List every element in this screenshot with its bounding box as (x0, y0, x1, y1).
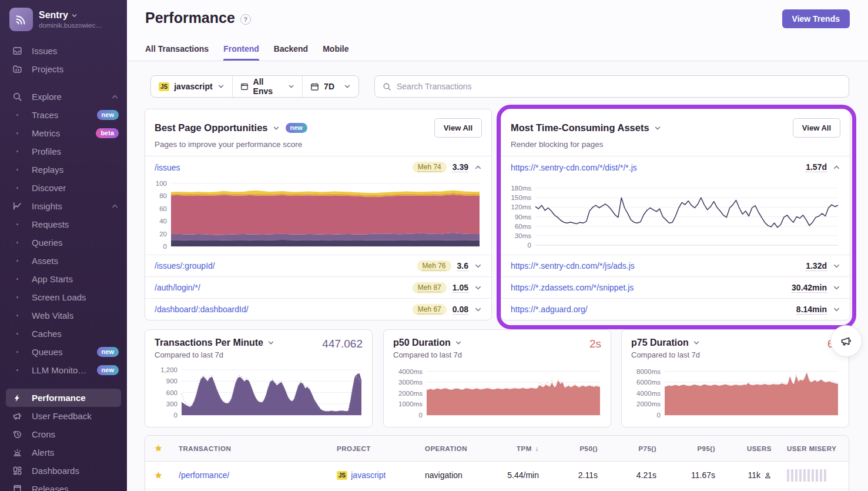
assets-view-all-button[interactable]: View All (793, 118, 840, 138)
sidebar-item-metrics[interactable]: Metricsbeta (0, 124, 127, 142)
star-icon[interactable] (145, 471, 171, 480)
score-badge[interactable]: Meh 67 (413, 304, 447, 315)
date-range-filter[interactable]: 7D (302, 76, 358, 97)
insights-icon (12, 201, 22, 212)
column-header-p75[interactable]: P75() (605, 445, 664, 452)
row-value[interactable]: 3.39 (453, 162, 468, 172)
row-link[interactable]: /auth/login/*/ (155, 283, 200, 292)
sidebar-item-caches[interactable]: Caches (0, 325, 127, 343)
chevron-up-icon[interactable] (474, 163, 482, 171)
org-switcher[interactable]: Sentry dominik.buszowiec… (0, 0, 127, 37)
sidebar-item-releases[interactable]: Releases (0, 480, 127, 491)
sidebar-item-profiles[interactable]: Profiles (0, 142, 127, 161)
bpo-view-all-button[interactable]: View All (434, 118, 482, 138)
p75-title[interactable]: p75 Duration (631, 338, 689, 348)
sidebar-item-requests[interactable]: Requests (0, 215, 127, 233)
chevron-up-icon[interactable] (111, 93, 119, 101)
sidebar-item-queries[interactable]: Queries (0, 233, 127, 252)
sidebar-item-label: Caches (32, 329, 62, 339)
chevron-up-icon[interactable] (111, 202, 119, 210)
tab-all-transactions[interactable]: All Transactions (145, 44, 209, 61)
assets-panel-title[interactable]: Most Time-Consuming Assets (511, 122, 649, 133)
column-header-operation[interactable]: OPERATION (417, 445, 488, 452)
tab-backend[interactable]: Backend (274, 44, 308, 61)
tab-mobile[interactable]: Mobile (323, 44, 348, 61)
chevron-down-icon[interactable] (474, 306, 482, 313)
sidebar-item-screen-loads[interactable]: Screen Loads (0, 288, 127, 306)
score-badge[interactable]: Meh 76 (417, 260, 451, 272)
score-badge[interactable]: Meh 87 (413, 282, 447, 293)
row-link[interactable]: https://*.sentry-cdn.com/*/js/ads.js (511, 261, 635, 270)
tpm-title[interactable]: Transactions Per Minute (155, 338, 263, 348)
row-value[interactable]: 3.6 (457, 261, 468, 271)
column-header-tpm[interactable]: TPM ↓ (488, 445, 547, 452)
feedback-button[interactable] (830, 325, 862, 357)
person-icon (764, 472, 772, 479)
chevron-down-icon[interactable] (474, 262, 482, 270)
environment-filter[interactable]: All Envs (232, 76, 302, 97)
chevron-up-icon[interactable] (833, 163, 840, 171)
row-link[interactable]: /dashboard/:dashboardId/ (155, 305, 249, 314)
new-badge: new (286, 123, 307, 132)
svg-text:300: 300 (166, 400, 177, 408)
sidebar-item-insights[interactable]: Insights (0, 197, 127, 215)
column-header-project[interactable]: PROJECT (329, 445, 417, 452)
row-link[interactable]: /issues/:groupId/ (155, 261, 215, 270)
row-value[interactable]: 0.08 (453, 305, 468, 315)
sidebar-item-issues[interactable]: Issues (0, 42, 127, 60)
svg-text:0: 0 (419, 412, 423, 419)
sidebar-item-performance[interactable]: Performance (6, 389, 121, 407)
row-value[interactable]: 1.57d (806, 162, 827, 172)
chevron-down-icon[interactable] (833, 284, 840, 292)
sidebar-item-user-feedback[interactable]: User Feedback (0, 407, 127, 425)
svg-text:2000ms: 2000ms (398, 390, 423, 397)
row-link[interactable]: https://*.zdassets.com/*/snippet.js (511, 283, 634, 292)
chevron-down-icon[interactable] (474, 284, 482, 292)
score-badge[interactable]: Meh 74 (413, 162, 447, 173)
chevron-down-icon (693, 339, 700, 346)
help-icon[interactable]: ? (240, 14, 251, 25)
sidebar-item-dashboards[interactable]: Dashboards (0, 462, 127, 480)
sidebar-item-llm-monito[interactable]: LLM Monito…new (0, 361, 127, 379)
search-input[interactable] (397, 82, 849, 91)
chevron-down-icon (344, 83, 351, 90)
row-value[interactable]: 1.05 (453, 283, 468, 293)
project-filter[interactable]: JS javascript (151, 76, 232, 97)
view-trends-button[interactable]: View Trends (782, 9, 850, 28)
tab-frontend[interactable]: Frontend (223, 44, 259, 61)
sidebar-item-assets[interactable]: Assets (0, 252, 127, 270)
column-header-transaction[interactable]: TRANSACTION (171, 445, 329, 452)
chevron-down-icon[interactable] (833, 262, 840, 270)
sidebar-item-traces[interactable]: Tracesnew (0, 106, 127, 124)
column-header-p50[interactable]: P50() (547, 445, 605, 452)
sidebar-item-replays[interactable]: Replays (0, 161, 127, 179)
star-column-header[interactable] (145, 444, 171, 453)
transaction-link[interactable]: /performance/ (171, 470, 329, 480)
column-header-user-misery[interactable]: USER MISERY (779, 445, 849, 452)
p50-title[interactable]: p50 Duration (393, 338, 451, 348)
sidebar-item-queues[interactable]: Queuesnew (0, 343, 127, 361)
panel-row: https://*.zdassets.com/*/snippet.js30.42… (501, 276, 850, 298)
sidebar-item-alerts[interactable]: Alerts (0, 443, 127, 462)
sidebar-item-discover[interactable]: Discover (0, 179, 127, 197)
row-value[interactable]: 8.14min (796, 305, 827, 315)
sidebar-item-explore[interactable]: Explore (0, 88, 127, 106)
row-value[interactable]: 30.42min (792, 283, 827, 293)
bpo-panel-title[interactable]: Best Page Opportunities (155, 122, 268, 133)
panel-row: /dashboard/:dashboardId/Meh 670.08 (145, 298, 491, 320)
sidebar-item-app-starts[interactable]: App Starts (0, 270, 127, 288)
sidebar-item-crons[interactable]: Crons (0, 425, 127, 443)
row-value[interactable]: 1.32d (806, 261, 827, 271)
column-header-users[interactable]: USERS (723, 445, 779, 452)
row-link[interactable]: https://*.sentry-cdn.com/*/dist/*/*.js (511, 163, 637, 172)
row-link[interactable]: /issues (155, 163, 180, 172)
column-header-p95[interactable]: P95() (664, 445, 723, 452)
sidebar-item-web-vitals[interactable]: Web Vitals (0, 306, 127, 325)
row-link[interactable]: https://*.adguard.org/ (511, 305, 588, 314)
project-cell[interactable]: JSjavascript (329, 470, 417, 480)
bullet-icon (12, 278, 22, 280)
sidebar-item-label: Alerts (32, 447, 54, 457)
sidebar-item-projects[interactable]: Projects (0, 60, 127, 78)
chevron-down-icon[interactable] (833, 306, 840, 313)
sidebar-item-label: Requests (32, 219, 69, 229)
